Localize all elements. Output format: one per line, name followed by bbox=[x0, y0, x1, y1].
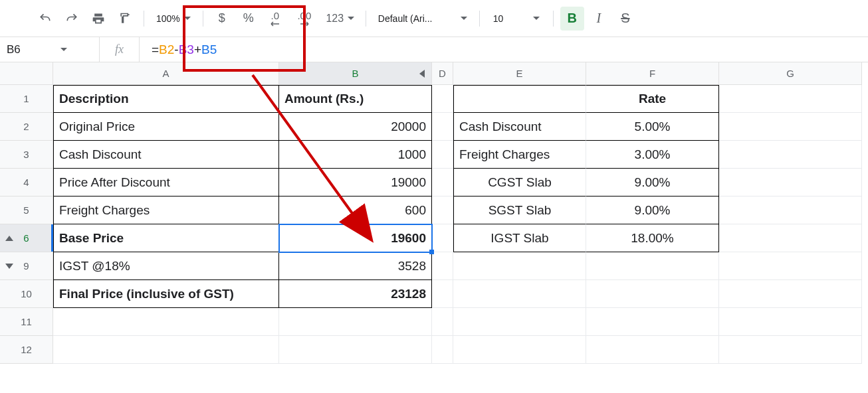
cell[interactable]: SGST Slab bbox=[453, 196, 586, 224]
cell-selected[interactable]: 19600 bbox=[279, 224, 432, 252]
cell[interactable] bbox=[453, 85, 586, 113]
cell[interactable]: 9.00% bbox=[586, 196, 719, 224]
row-header[interactable]: 4 bbox=[0, 169, 53, 196]
cell[interactable] bbox=[53, 336, 279, 364]
cell[interactable]: CGST Slab bbox=[453, 169, 586, 196]
cell[interactable]: 20000 bbox=[279, 113, 432, 141]
cell[interactable]: Final Price (inclusive of GST) bbox=[53, 280, 279, 308]
format-123[interactable]: 123 bbox=[322, 7, 359, 31]
cell[interactable] bbox=[453, 280, 586, 308]
col-header-A[interactable]: A bbox=[53, 62, 279, 85]
cell[interactable] bbox=[586, 252, 719, 280]
row-header[interactable]: 5 bbox=[0, 196, 53, 224]
cell[interactable] bbox=[53, 308, 279, 336]
spreadsheet-grid[interactable]: A B D E F G 1 Description Amount (Rs.) R… bbox=[0, 62, 868, 364]
italic-button[interactable]: I bbox=[587, 7, 611, 31]
font-family-dropdown[interactable]: Default (Ari... bbox=[373, 13, 473, 24]
format-currency[interactable]: $ bbox=[210, 7, 234, 31]
col-header-F[interactable]: F bbox=[586, 62, 719, 85]
cell[interactable] bbox=[432, 141, 453, 169]
cell[interactable]: Cash Discount bbox=[53, 141, 279, 169]
cell[interactable]: Base Price bbox=[53, 224, 279, 252]
cell[interactable] bbox=[432, 196, 453, 224]
cell[interactable] bbox=[432, 224, 453, 252]
cell[interactable]: 5.00% bbox=[586, 113, 719, 141]
cell[interactable]: Amount (Rs.) bbox=[279, 85, 432, 113]
group-expand-down-icon[interactable] bbox=[5, 264, 13, 269]
cell[interactable]: Freight Charges bbox=[53, 196, 279, 224]
cell[interactable]: 1000 bbox=[279, 141, 432, 169]
cell[interactable] bbox=[453, 252, 586, 280]
redo-icon[interactable] bbox=[60, 7, 84, 31]
undo-icon[interactable] bbox=[33, 7, 57, 31]
cell[interactable] bbox=[279, 308, 432, 336]
select-all-corner[interactable] bbox=[0, 62, 53, 85]
cell[interactable]: Rate bbox=[586, 85, 719, 113]
paint-format-icon[interactable] bbox=[113, 7, 137, 31]
row-header[interactable]: 12 bbox=[0, 336, 53, 364]
row-header[interactable]: 11 bbox=[0, 308, 53, 336]
col-header-B[interactable]: B bbox=[279, 62, 432, 85]
cell[interactable] bbox=[719, 196, 862, 224]
cell[interactable] bbox=[586, 280, 719, 308]
fill-handle[interactable] bbox=[429, 250, 434, 254]
cell[interactable] bbox=[432, 308, 453, 336]
cell[interactable]: Freight Charges bbox=[453, 141, 586, 169]
cell[interactable] bbox=[432, 336, 453, 364]
cell[interactable] bbox=[432, 280, 453, 308]
formula-input[interactable]: = B2 - B3 + B5 bbox=[140, 37, 217, 62]
cell[interactable]: 23128 bbox=[279, 280, 432, 308]
col-header-E[interactable]: E bbox=[453, 62, 586, 85]
cell[interactable]: IGST @18% bbox=[53, 252, 279, 280]
zoom-dropdown[interactable]: 100% bbox=[151, 13, 196, 24]
format-percent[interactable]: % bbox=[237, 7, 261, 31]
cell[interactable] bbox=[453, 308, 586, 336]
row-header[interactable]: 10 bbox=[0, 280, 53, 308]
cell[interactable]: 9.00% bbox=[586, 169, 719, 196]
row-header[interactable]: 6 bbox=[0, 224, 53, 252]
cell[interactable] bbox=[432, 113, 453, 141]
row-header[interactable]: 3 bbox=[0, 141, 53, 169]
increase-decimal[interactable]: .00 bbox=[290, 7, 319, 31]
cell[interactable] bbox=[432, 169, 453, 196]
col-header-G[interactable]: G bbox=[719, 62, 862, 85]
cell[interactable]: Cash Discount bbox=[453, 113, 586, 141]
strikethrough-button[interactable]: S bbox=[613, 7, 637, 31]
decrease-decimal[interactable]: .0 bbox=[263, 7, 287, 31]
col-header-D[interactable]: D bbox=[432, 62, 453, 85]
bold-button[interactable]: B bbox=[560, 7, 584, 31]
chevron-down-icon bbox=[348, 17, 354, 20]
cell[interactable] bbox=[719, 224, 862, 252]
cell[interactable]: Original Price bbox=[53, 113, 279, 141]
cell[interactable] bbox=[719, 169, 862, 196]
fx-icon: fx bbox=[100, 37, 140, 62]
cell[interactable]: 3528 bbox=[279, 252, 432, 280]
cell[interactable]: 3.00% bbox=[586, 141, 719, 169]
name-box[interactable]: B6 bbox=[0, 37, 100, 62]
group-collapse-up-icon[interactable] bbox=[5, 236, 13, 241]
cell[interactable] bbox=[719, 252, 862, 280]
row-header[interactable]: 9 bbox=[0, 252, 53, 280]
cell[interactable]: 600 bbox=[279, 196, 432, 224]
print-icon[interactable] bbox=[86, 7, 110, 31]
cell[interactable] bbox=[586, 308, 719, 336]
cell[interactable] bbox=[279, 336, 432, 364]
cell[interactable] bbox=[719, 280, 862, 308]
cell[interactable] bbox=[586, 336, 719, 364]
cell[interactable]: 19000 bbox=[279, 169, 432, 196]
cell[interactable]: Price After Discount bbox=[53, 169, 279, 196]
cell[interactable] bbox=[432, 85, 453, 113]
row-header[interactable]: 2 bbox=[0, 113, 53, 141]
cell[interactable]: Description bbox=[53, 85, 279, 113]
row-header[interactable]: 1 bbox=[0, 85, 53, 113]
font-size-dropdown[interactable]: 10 bbox=[487, 13, 546, 24]
cell[interactable] bbox=[719, 113, 862, 141]
cell[interactable] bbox=[719, 141, 862, 169]
cell[interactable] bbox=[719, 308, 862, 336]
cell[interactable] bbox=[719, 336, 862, 364]
cell[interactable]: IGST Slab bbox=[453, 224, 586, 252]
cell[interactable]: 18.00% bbox=[586, 224, 719, 252]
cell[interactable] bbox=[432, 252, 453, 280]
cell[interactable] bbox=[453, 336, 586, 364]
cell[interactable] bbox=[719, 85, 862, 113]
